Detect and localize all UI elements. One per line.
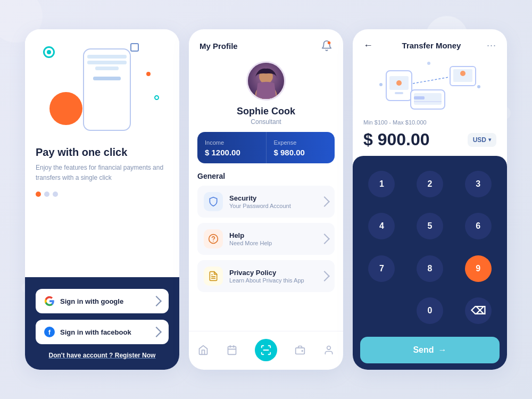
google-icon bbox=[44, 296, 55, 306]
num-btn-3[interactable]: 3 bbox=[465, 171, 492, 197]
num-btn-4[interactable]: 4 bbox=[368, 213, 395, 239]
transfer-devices-svg bbox=[371, 59, 488, 112]
teal-target-icon bbox=[43, 46, 55, 58]
dot-inactive-1 bbox=[44, 192, 49, 197]
num-btn-1[interactable]: 1 bbox=[368, 171, 395, 197]
amount-value: $ 900.00 bbox=[363, 130, 430, 149]
bottom-nav bbox=[189, 331, 343, 370]
expense-value: $ 980.00 bbox=[274, 148, 328, 157]
privacy-icon-wrap bbox=[204, 267, 223, 286]
security-title: Security bbox=[229, 194, 314, 202]
backspace-button[interactable]: ⌫ bbox=[465, 297, 492, 324]
login-subtitle: Enjoy the features for financial payment… bbox=[36, 163, 169, 183]
help-icon bbox=[208, 234, 219, 244]
num-btn-7[interactable]: 7 bbox=[368, 255, 395, 282]
privacy-chevron-icon bbox=[319, 271, 330, 281]
svg-rect-8 bbox=[228, 346, 236, 354]
send-arrow-icon: → bbox=[438, 345, 447, 355]
svg-point-0 bbox=[328, 41, 331, 45]
phone-mockup bbox=[83, 48, 131, 131]
send-button[interactable]: Send → bbox=[360, 337, 500, 363]
transfer-card: ← Transfer Money ··· bbox=[353, 29, 507, 370]
amount-display: $ 900.00 USD ▾ bbox=[353, 128, 507, 156]
profile-card: My Profile bbox=[189, 29, 343, 370]
google-btn-label: Sign in with google bbox=[60, 297, 123, 305]
svg-point-25 bbox=[477, 85, 480, 88]
general-section-label: General bbox=[189, 172, 343, 180]
svg-point-24 bbox=[379, 83, 383, 86]
shield-icon bbox=[208, 196, 219, 207]
num-btn-2[interactable]: 2 bbox=[417, 171, 443, 197]
svg-line-21 bbox=[413, 77, 449, 84]
numpad-grid: 1 2 3 4 5 6 7 8 9 0 ⌫ bbox=[360, 165, 500, 329]
num-btn-5[interactable]: 5 bbox=[417, 213, 443, 239]
policy-icon bbox=[208, 271, 219, 281]
nav-home[interactable] bbox=[193, 342, 213, 358]
more-options-icon[interactable]: ··· bbox=[487, 40, 496, 51]
currency-chevron-icon: ▾ bbox=[488, 137, 491, 143]
svg-point-14 bbox=[302, 351, 303, 352]
help-subtitle: Need More Help bbox=[229, 240, 314, 246]
num-btn-9[interactable]: 9 bbox=[465, 255, 492, 282]
amount-range-text: Min $100 - Max $10.000 bbox=[353, 119, 507, 126]
svg-point-22 bbox=[396, 80, 402, 86]
slide-indicators bbox=[36, 192, 58, 197]
expense-section: Expense $ 980.00 bbox=[267, 132, 335, 163]
calendar-icon bbox=[226, 344, 238, 356]
profile-name: Sophie Cook bbox=[237, 106, 295, 117]
orange-dot-icon bbox=[146, 72, 151, 76]
currency-selector[interactable]: USD ▾ bbox=[468, 133, 496, 147]
dot-active bbox=[36, 192, 41, 197]
security-chevron-icon bbox=[319, 196, 330, 207]
bell-icon[interactable] bbox=[321, 40, 332, 52]
avatar bbox=[246, 61, 286, 101]
register-now-label: Register Now bbox=[115, 352, 156, 359]
security-subtitle: Your Password Account bbox=[229, 203, 314, 209]
help-icon-wrap bbox=[204, 229, 223, 248]
security-icon-wrap bbox=[204, 192, 223, 211]
facebook-icon: f bbox=[44, 327, 55, 337]
num-btn-8[interactable]: 8 bbox=[417, 255, 443, 282]
scan-icon bbox=[255, 339, 277, 361]
profile-role: Consultant bbox=[251, 118, 281, 126]
transfer-header: ← Transfer Money ··· bbox=[353, 29, 507, 56]
avatar-image bbox=[248, 63, 284, 99]
back-arrow-icon[interactable]: ← bbox=[363, 40, 373, 51]
profile-avatar-section: Sophie Cook Consultant bbox=[189, 57, 343, 132]
home-icon bbox=[197, 344, 209, 356]
login-card: Pay with one click Enjoy the features fo… bbox=[25, 29, 179, 370]
login-bottom: Sign in with google f Sign in with faceb… bbox=[25, 277, 179, 370]
num-btn-0[interactable]: 0 bbox=[417, 297, 443, 324]
income-section: Income $ 1200.00 bbox=[197, 132, 267, 163]
svg-point-23 bbox=[460, 71, 466, 76]
facebook-signin-button[interactable]: f Sign in with facebook bbox=[36, 320, 169, 344]
privacy-title: Privacy Policy bbox=[229, 269, 314, 277]
nav-wallet[interactable] bbox=[290, 342, 310, 358]
svg-rect-18 bbox=[395, 92, 403, 94]
register-text: Don't have account ? bbox=[49, 352, 113, 359]
nav-profile[interactable] bbox=[319, 342, 339, 358]
help-chevron-icon bbox=[319, 234, 330, 244]
register-link[interactable]: Don't have account ? Register Now bbox=[36, 352, 169, 359]
menu-item-privacy[interactable]: Privacy Policy Learn About Privacy this … bbox=[197, 260, 335, 292]
transfer-illustration bbox=[353, 56, 507, 115]
help-title: Help bbox=[229, 231, 314, 239]
dot-inactive-2 bbox=[53, 192, 58, 197]
numpad-section: 1 2 3 4 5 6 7 8 9 0 ⌫ Send → bbox=[353, 156, 507, 370]
expense-label: Expense bbox=[274, 139, 328, 146]
wallet-icon bbox=[294, 344, 306, 356]
income-expense-bar: Income $ 1200.00 Expense $ 980.00 bbox=[197, 132, 335, 163]
nav-scan[interactable] bbox=[251, 337, 281, 363]
google-signin-button[interactable]: Sign in with google bbox=[36, 289, 169, 313]
menu-item-help[interactable]: Help Need More Help bbox=[197, 223, 335, 255]
nav-calendar[interactable] bbox=[222, 342, 242, 358]
profile-title: My Profile bbox=[200, 41, 238, 51]
currency-label: USD bbox=[473, 136, 486, 144]
num-btn-6[interactable]: 6 bbox=[465, 213, 492, 239]
profile-icon bbox=[323, 344, 335, 356]
facebook-chevron-icon bbox=[151, 327, 162, 337]
menu-item-security[interactable]: Security Your Password Account bbox=[197, 186, 335, 218]
income-label: Income bbox=[205, 139, 259, 146]
profile-header: My Profile bbox=[189, 29, 343, 57]
income-value: $ 1200.00 bbox=[205, 148, 259, 157]
